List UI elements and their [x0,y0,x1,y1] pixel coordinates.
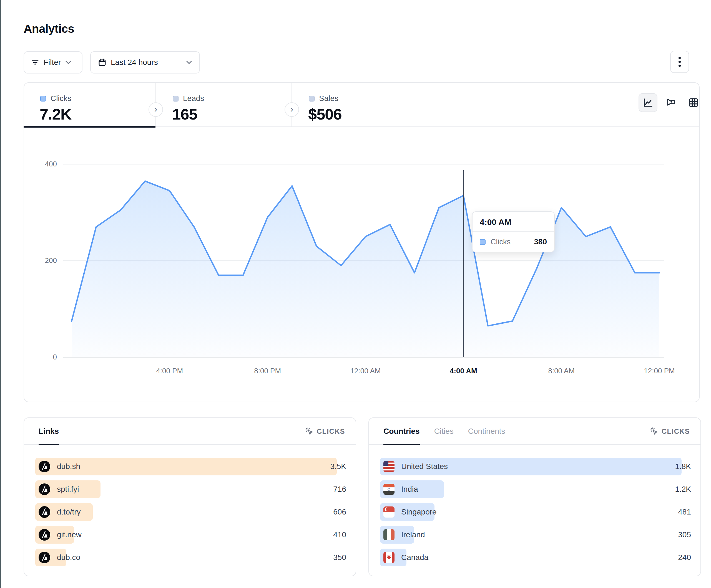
tooltip-series-label: Clicks [491,238,511,246]
links-metric-label: CLICKS [317,427,345,435]
chevron-down-icon [186,61,192,64]
tooltip-time: 4:00 AM [473,212,554,232]
ca-flag-icon [383,552,394,563]
more-options-button[interactable] [670,51,689,73]
sales-tab-label: Sales [319,94,339,103]
country-row[interactable]: India1.2K [380,480,691,498]
link-row[interactable]: dub.co350 [35,549,346,566]
dub-logo-icon [39,529,50,541]
country-value: 481 [678,503,691,521]
dub-logo-icon [39,483,50,495]
chevron-down-icon [65,61,71,64]
funnel-view-button[interactable] [661,93,680,112]
table-view-button[interactable] [684,93,703,112]
date-range-label: Last 24 hours [111,58,158,67]
country-row[interactable]: Canada240 [380,549,691,566]
leads-tab-value: 165 [172,105,197,123]
countries-metric-label: CLICKS [662,427,690,435]
sg-flag-icon [383,506,394,518]
tab-clicks[interactable]: Clicks 7.2K [24,82,155,127]
table-grid-icon [688,97,699,108]
dub-logo-icon [39,506,50,518]
kebab-menu-icon [678,56,681,67]
links-panel-header: Links CLICKS [24,418,356,445]
countries-rows: United States1.8KIndia1.2KSingapore481Ir… [380,458,691,571]
tab-cities[interactable]: Cities [434,418,454,445]
link-bar [35,458,337,475]
links-rows: dub.sh3.5Kspti.fyi716d.to/try606git.new4… [35,458,346,571]
filter-button[interactable]: Filter [24,51,83,73]
page-title: Analytics [24,22,74,36]
country-value: 305 [678,526,691,544]
clicks-area-chart[interactable] [24,127,699,402]
link-row[interactable]: d.to/try606 [35,503,346,521]
x-axis-tick-label: 4:00 PM [147,367,192,375]
cursor-click-icon [305,427,314,435]
country-value: 240 [678,549,691,566]
in-flag-icon [383,484,394,495]
country-label: United States [401,462,448,471]
link-value: 606 [333,503,346,521]
cursor-click-icon [650,427,658,435]
ie-flag-icon [383,529,394,540]
y-axis-tick-label: 200 [35,256,57,265]
link-value: 716 [333,480,346,498]
chart-area-fill [72,181,659,357]
dub-logo-icon [39,552,50,563]
expand-leads-chevron-button[interactable]: › [284,103,299,117]
countries-metric-header[interactable]: CLICKS [650,418,690,445]
link-value: 410 [333,526,346,544]
link-value: 3.5K [330,458,346,475]
link-row[interactable]: dub.sh3.5K [35,458,346,475]
line-chart-icon [642,97,653,108]
country-value: 1.8K [675,458,691,475]
y-axis-tick-label: 400 [35,160,57,168]
tab-countries[interactable]: Countries [383,418,420,445]
expand-clicks-chevron-button[interactable]: › [149,103,163,117]
filter-icon [31,59,39,66]
country-label: Singapore [401,507,437,516]
links-metric-header[interactable]: CLICKS [305,418,345,445]
leads-tab-label: Leads [183,94,204,103]
x-axis-tick-label: 12:00 AM [343,367,388,375]
countries-panel-header: Countries Cities Continents CLICKS [369,418,701,445]
chart-type-switcher [639,93,703,112]
country-row[interactable]: Singapore481 [380,503,691,521]
metric-tabs-row: Clicks 7.2K Leads 165 Sales $506 › › [24,82,699,127]
chart-tooltip: 4:00 AM Clicks 380 [472,211,555,252]
country-value: 1.2K [675,480,691,498]
link-label: git.new [57,530,82,539]
date-range-button[interactable]: Last 24 hours [90,51,200,73]
country-row[interactable]: Ireland305 [380,526,691,544]
x-axis-tick-label: 4:00 AM [441,367,486,375]
clicks-tab-label: Clicks [50,94,71,103]
tab-continents[interactable]: Continents [468,418,505,445]
x-axis-tick-label: 8:00 PM [245,367,290,375]
country-label: Ireland [401,530,425,539]
line-chart-view-button[interactable] [639,93,658,112]
us-flag-icon [383,461,394,472]
clicks-legend-swatch [40,96,46,101]
clicks-tab-value: 7.2K [40,105,71,123]
calendar-icon [98,58,106,67]
left-accent-strip [0,0,1,588]
link-row[interactable]: spti.fyi716 [35,480,346,498]
funnel-icon [665,97,676,108]
countries-panel: Countries Cities Continents CLICKS Unite… [368,417,701,576]
link-row[interactable]: git.new410 [35,526,346,544]
country-row[interactable]: United States1.8K [380,458,691,475]
link-value: 350 [333,549,346,566]
country-label: Canada [401,553,428,562]
filter-button-label: Filter [44,58,61,67]
y-axis-tick-label: 0 [35,353,57,361]
leads-legend-swatch [173,96,178,101]
link-label: spti.fyi [57,485,79,494]
tab-leads[interactable]: Leads 165 [156,82,292,127]
tab-links[interactable]: Links [39,418,59,445]
tooltip-value: 380 [534,238,547,246]
sales-legend-swatch [309,96,315,101]
link-label: d.to/try [57,507,81,516]
tab-sales[interactable]: Sales $506 [292,82,433,127]
dub-logo-icon [39,461,50,472]
country-label: India [401,485,418,494]
